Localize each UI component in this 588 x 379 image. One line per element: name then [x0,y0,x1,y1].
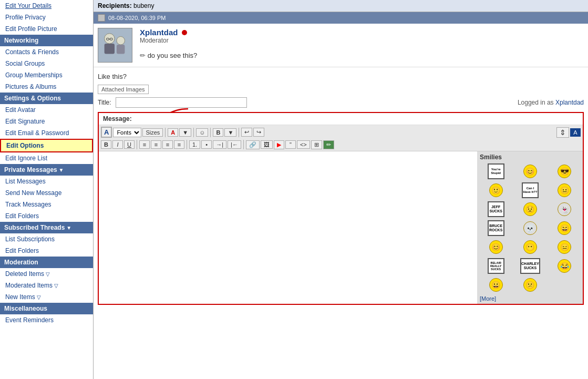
sidebar-item-pictures-albums[interactable]: Pictures & Albums [0,81,93,93]
recipients-bar: Recipients: bubeny [94,0,588,12]
toolbar-eraser[interactable]: ✏ [323,140,334,149]
sidebar-item-edit-signature[interactable]: Edit Signature [0,116,93,127]
toolbar-align-left[interactable]: ≡ [139,140,150,149]
toolbar-redo[interactable]: ↪ [253,128,264,137]
sidebar-item-social-groups[interactable]: Social Groups [0,58,93,69]
sidebar-item-list-messages[interactable]: List Messages [0,176,93,187]
sidebar-item-edit-avatar[interactable]: Edit Avatar [0,104,93,116]
smiley-face-expressionless[interactable]: 😑 [556,239,573,255]
avatar [98,28,132,63]
smiley-face-cool[interactable]: 😎 [556,163,573,180]
logged-in-text: Logged in as Xplantdad [518,99,584,106]
toolbar-color-arrow[interactable]: ▼ [179,128,191,137]
sidebar-item-list-subscriptions[interactable]: List Subscriptions [0,233,93,245]
user-rank: Moderator [140,37,584,44]
smiley-sign-youre-stupid[interactable]: You'reStupid [488,163,504,180]
smiley-face-neutral[interactable]: 😐 [556,182,573,199]
toolbar-bold[interactable]: B [101,140,111,149]
recipients-label: Recipients: [98,2,132,9]
fonts-select[interactable]: Fonts [113,128,141,137]
smiley-sign-can-i-have-it[interactable]: Can IHave It?? [522,182,539,199]
toolbar-undo[interactable]: ↩ [241,128,252,137]
toolbar-justify[interactable]: ≡ [174,140,184,149]
sidebar-item-edit-folders-sub[interactable]: Edit Folders [0,245,93,257]
toolbar-expand[interactable]: ⇕ [556,127,569,138]
toolbar-video[interactable]: ▶ [274,140,284,149]
post-icon [98,14,105,22]
toolbar-bold-icon[interactable]: B [213,128,223,137]
smilies-grid: You'reStupid 😊 😎 🙂 Can IHave It?? [480,163,581,293]
message-textarea[interactable] [99,151,477,283]
sidebar-item-contacts-friends[interactable]: Contacts & Friends [0,46,93,58]
toolbar-code[interactable]: <> [297,140,310,149]
toolbar-sep-6 [187,140,187,149]
section-subscribed-threads: Subscribed Threads [0,222,93,233]
toolbar-outdent[interactable]: |← [228,140,241,149]
smilies-header: Smilies [480,153,581,161]
toolbar-align-right[interactable]: ≡ [162,140,173,149]
sidebar-item-edit-options[interactable]: Edit Options [0,139,93,152]
toolbar-italic[interactable]: I [112,140,123,149]
toolbar-row-1: A Fonts Sizes A ▼ ☺ B ▼ ↩ ↪ ⇕ A [101,127,581,138]
smiley-face-confused[interactable]: 😕 [522,276,539,293]
toolbar-quote[interactable]: " [285,140,296,149]
svg-point-3 [117,37,125,45]
title-input[interactable] [116,97,247,108]
smiley-face-skull[interactable]: 💀 [522,220,539,237]
smiley-sign-bruce-rocks[interactable]: BRUCEROCKS [488,220,504,237]
smiley-face-sad[interactable]: 😟 [522,201,539,218]
smiley-face-ghost[interactable]: 👻 [556,201,573,218]
toolbar-font-color-a[interactable]: A [101,127,112,138]
post-date: 08-08-2020, 06:39 PM [108,15,166,21]
recipients-value: bubeny [133,2,154,9]
toolbar-align-center[interactable]: ≡ [151,140,161,149]
toolbar-table[interactable]: ⊞ [311,140,322,149]
toolbar-sizes[interactable]: Sizes [142,128,163,137]
toolbar-link[interactable]: 🔗 [246,140,260,149]
smiley-sign-jeff-sucks[interactable]: JEFFSUCKS [488,201,504,218]
smiley-face-grin[interactable]: 😀 [488,276,504,293]
toolbar-smiley[interactable]: ☺ [196,128,208,137]
sidebar-item-edit-profile-picture[interactable]: Edit Profile Picture [0,23,93,35]
toolbar-ol[interactable]: 1. [189,140,200,149]
toolbar-sep-1 [165,128,166,137]
sidebar-item-edit-your-details[interactable]: Edit Your Details [0,0,93,12]
smiley-face-smile2[interactable]: 😄 [556,220,573,237]
username-link[interactable]: Xplantdad [140,28,178,37]
sidebar-item-deleted-items[interactable]: Deleted Items ▽ [0,268,93,280]
toolbar-more-dropdown[interactable]: ▼ [224,128,236,137]
toolbar-image-inline[interactable]: 🖼 [261,140,273,149]
sidebar-item-edit-email-password[interactable]: Edit Email & Password [0,127,93,139]
sidebar: Edit Your Details Profile Privacy Edit P… [0,0,94,379]
svg-point-1 [105,34,115,44]
toolbar-font-size-a[interactable]: A [570,128,581,137]
sidebar-item-moderated-items[interactable]: Moderated Items ▽ [0,280,93,291]
smilies-more-link[interactable]: [More] [480,295,581,302]
smiley-face-happy3[interactable]: 😊 [488,239,504,255]
smiley-face-laugh[interactable]: 😂 [556,258,573,274]
section-moderation: Moderation [0,257,93,268]
toolbar-row-2: B I U ≡ ≡ ≡ ≡ 1. • →| |← 🔗 🖼 ▶ " <> ⊞ [101,140,581,149]
sidebar-item-profile-privacy[interactable]: Profile Privacy [0,12,93,23]
smiley-face-silent[interactable]: 😶 [522,239,539,255]
sidebar-item-new-items[interactable]: New Items ▽ [0,291,93,303]
logged-in-user-link[interactable]: Xplantdad [555,99,584,106]
toolbar-underline[interactable]: U [124,140,135,149]
sidebar-item-track-messages[interactable]: Track Messages [0,199,93,210]
toolbar-indent[interactable]: →| [213,140,226,149]
post-text-content: do you see this? [148,52,198,59]
smiley-sign-belair-sucks[interactable]: BELAIRREALLYSUCKS [488,258,504,274]
smiley-face-1[interactable]: 😊 [522,163,539,180]
sidebar-item-edit-folders-pm[interactable]: Edit Folders [0,210,93,222]
post-user-info: Xplantdad Moderator ✏ do you see this? [140,28,584,63]
smiley-face-plain[interactable]: 🙂 [488,182,504,199]
sidebar-item-group-memberships[interactable]: Group Memberships [0,69,93,81]
toolbar-ul[interactable]: • [201,140,212,149]
sidebar-item-event-reminders[interactable]: Event Reminders [0,314,93,326]
sidebar-item-send-new-message[interactable]: Send New Message [0,187,93,199]
toolbar-sep-4 [239,128,239,137]
post-date-header: 08-08-2020, 06:39 PM [94,12,588,24]
toolbar-font-color[interactable]: A [168,128,178,137]
smiley-sign-charley-sucks[interactable]: CHARLEYSUCKS [522,258,539,274]
sidebar-item-edit-ignore-list[interactable]: Edit Ignore List [0,152,93,164]
